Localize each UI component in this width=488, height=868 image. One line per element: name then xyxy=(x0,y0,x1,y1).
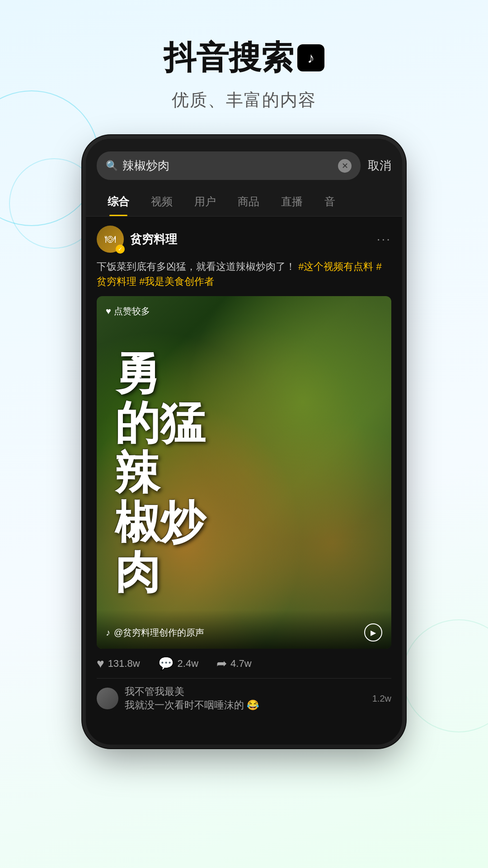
hashtag-1[interactable]: #这个视频有点料 xyxy=(298,261,376,272)
comment-content: 我不管我最美 我就没一次看时不咽唾沫的 😂 xyxy=(125,685,366,712)
tabs-row: 综合 视频 用户 商品 直播 音 xyxy=(86,187,402,217)
video-overlay-text: 勇的猛辣椒炒肉 xyxy=(115,348,205,597)
clear-icon: ✕ xyxy=(342,161,348,171)
post-desc-text: 下饭菜到底有多凶猛，就看这道辣椒炒肉了！ xyxy=(97,261,296,272)
main-title-text: 抖音搜索 xyxy=(164,36,294,80)
comment-icon: 💬 xyxy=(158,656,174,671)
tab-视频[interactable]: 视频 xyxy=(140,187,183,216)
video-text-overlay: 勇的猛辣椒炒肉 xyxy=(97,296,391,649)
search-area: 🔍 辣椒炒肉 ✕ 取消 xyxy=(86,139,402,187)
avatar-icon: 🍽 xyxy=(105,233,116,245)
main-title-container: 抖音搜索 ♪ xyxy=(0,36,488,80)
like-count: 131.8w xyxy=(108,658,140,670)
hashtag-3[interactable]: #我是美食创作者 xyxy=(139,276,214,287)
share-action[interactable]: ➦ 4.7w xyxy=(216,656,251,671)
phone-wrapper: 🔍 辣椒炒肉 ✕ 取消 综合 视频 用户 xyxy=(0,139,488,745)
subtitle: 优质、丰富的内容 xyxy=(0,89,488,112)
comment-like-count: 1.2w xyxy=(372,693,391,704)
search-query: 辣椒炒肉 xyxy=(122,158,333,174)
search-icon: 🔍 xyxy=(106,160,118,172)
comment-count: 2.4w xyxy=(178,658,198,670)
tab-综合[interactable]: 综合 xyxy=(97,187,140,216)
search-bar[interactable]: 🔍 辣椒炒肉 ✕ xyxy=(97,151,361,180)
video-thumbnail[interactable]: ♥ 点赞较多 勇的猛辣椒炒肉 ♪ xyxy=(97,296,391,649)
cancel-button[interactable]: 取消 xyxy=(368,158,391,174)
clear-button[interactable]: ✕ xyxy=(338,159,352,173)
comment-action[interactable]: 💬 2.4w xyxy=(158,656,198,671)
tiktok-logo: ♪ xyxy=(297,44,324,71)
verified-icon: ✓ xyxy=(118,246,122,252)
content-area: 🍽 ✓ 贫穷料理 ··· 下饭菜到底有多凶猛，就看这道辣椒炒肉了！ #这个视频有… xyxy=(86,217,402,721)
phone-screen: 🔍 辣椒炒肉 ✕ 取消 综合 视频 用户 xyxy=(86,139,402,745)
share-count: 4.7w xyxy=(230,658,251,670)
post-description: 下饭菜到底有多凶猛，就看这道辣椒炒肉了！ #这个视频有点料 #贫穷料理 #我是美… xyxy=(97,259,391,289)
post-header: 🍽 ✓ 贫穷料理 ··· xyxy=(97,226,391,253)
share-icon: ➦ xyxy=(216,656,227,671)
verified-badge: ✓ xyxy=(116,245,125,254)
like-icon: ♥ xyxy=(97,656,104,671)
tiktok-logo-icon: ♪ xyxy=(307,50,314,66)
video-background: ♥ 点赞较多 勇的猛辣椒炒肉 ♪ xyxy=(97,296,391,649)
commenter-name: 我不管我最美 xyxy=(125,685,366,698)
comment-body: 我就没一次看时不咽唾沫的 😂 xyxy=(125,698,366,712)
commenter-avatar xyxy=(97,688,118,709)
avatar: 🍽 ✓ xyxy=(97,226,124,253)
comment-preview: 我不管我最美 我就没一次看时不咽唾沫的 😂 1.2w xyxy=(97,678,391,712)
more-button[interactable]: ··· xyxy=(377,232,391,246)
phone-mockup: 🔍 辣椒炒肉 ✕ 取消 综合 视频 用户 xyxy=(86,139,402,745)
username[interactable]: 贫穷料理 xyxy=(130,231,377,247)
tab-商品[interactable]: 商品 xyxy=(227,187,270,216)
tab-直播[interactable]: 直播 xyxy=(270,187,314,216)
action-bar: ♥ 131.8w 💬 2.4w ➦ 4.7w xyxy=(97,649,391,678)
page-header: 抖音搜索 ♪ 优质、丰富的内容 xyxy=(0,0,488,112)
tab-音[interactable]: 音 xyxy=(314,187,346,216)
like-action[interactable]: ♥ 131.8w xyxy=(97,656,140,671)
tab-用户[interactable]: 用户 xyxy=(183,187,227,216)
